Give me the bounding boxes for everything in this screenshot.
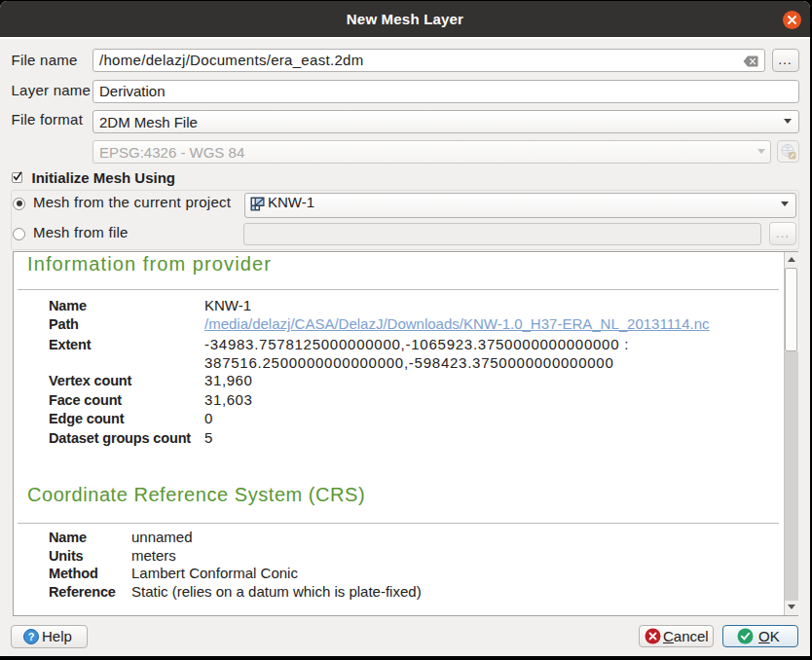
svg-text:?: ?	[28, 631, 35, 642]
